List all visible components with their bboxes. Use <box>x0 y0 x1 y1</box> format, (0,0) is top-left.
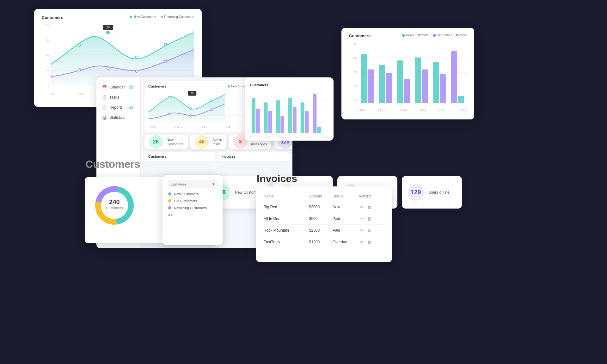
col-actions: Actions <box>359 193 384 201</box>
cell-name: All In One <box>264 213 309 225</box>
cell-status: New <box>333 201 359 213</box>
svg-text:240: 240 <box>109 198 120 205</box>
filter-dot-old <box>168 199 171 203</box>
filter-card: Last week ▾ New Customers Old Customers … <box>162 175 223 245</box>
svg-rect-71 <box>317 127 321 133</box>
table-row: All In One $500 Paid ✏ 🗑 <box>264 213 384 225</box>
delete-button[interactable]: 🗑 <box>366 227 373 234</box>
delete-button[interactable]: 🗑 <box>366 239 373 245</box>
edit-button[interactable]: ✏ <box>359 204 365 210</box>
svg-rect-50 <box>422 70 428 103</box>
invoices-section-label: Invoices <box>218 152 289 161</box>
section-headers: Customers Invoices <box>144 152 289 161</box>
svg-rect-47 <box>397 60 403 103</box>
table-row: Rock Mountain $2500 Paid ✏ 🗑 <box>264 225 384 236</box>
bar-legend-dot-new <box>402 34 405 37</box>
calendar-icon: 📅 <box>102 85 107 89</box>
filter-old-customers[interactable]: Old Customers <box>168 199 217 203</box>
bar-chart-lg-card: Customers New Customers Returning Custom… <box>341 28 474 119</box>
delete-button[interactable]: 🗑 <box>366 204 373 210</box>
table-row: FastTrack $1200 Overdue ✏ 🗑 <box>264 236 384 248</box>
sidebar-label-calendar: Calendar <box>109 85 125 89</box>
svg-rect-49 <box>415 58 421 103</box>
stat-label-new: New Customers <box>167 137 183 147</box>
svg-rect-45 <box>379 65 385 103</box>
legend-dot-returning <box>161 16 163 18</box>
filter-new-customers[interactable]: New Customers <box>168 192 217 196</box>
svg-point-11 <box>106 31 110 34</box>
svg-rect-67 <box>293 107 297 133</box>
calendar-badge: 12 <box>127 85 135 89</box>
filter-returning-customers[interactable]: Returning Customers <box>168 206 217 210</box>
svg-point-19 <box>193 49 194 51</box>
sidebar-label-tasks: Tasks <box>109 95 119 100</box>
stat-value-tasks: 48 <box>199 139 205 145</box>
svg-point-31 <box>190 114 192 117</box>
legend-label-returning: Returning Customers <box>164 15 194 19</box>
svg-rect-54 <box>458 96 464 103</box>
sidebar-item-tasks[interactable]: 📋 Tasks <box>100 93 137 102</box>
cell-status: Paid <box>333 225 359 236</box>
edit-button[interactable]: ✏ <box>359 239 365 245</box>
filter-label-old: Old Customers <box>174 199 197 203</box>
sidebar-item-reports[interactable]: 📄 Reports 14 <box>100 103 137 112</box>
svg-rect-48 <box>404 79 410 103</box>
bar-legend-label-ret: Returning Customers <box>437 33 467 37</box>
svg-rect-46 <box>386 73 392 103</box>
col-status: Status <box>333 193 359 201</box>
edit-button[interactable]: ✏ <box>359 227 365 234</box>
svg-point-8 <box>136 56 138 58</box>
svg-point-14 <box>51 76 52 78</box>
invoices-heading: Invoices <box>257 173 297 185</box>
svg-rect-69 <box>305 111 309 133</box>
bar-sm-title: Customers <box>250 83 268 87</box>
svg-rect-65 <box>280 116 284 133</box>
svg-rect-53 <box>451 51 457 103</box>
svg-rect-51 <box>433 62 439 103</box>
svg-rect-43 <box>361 54 367 103</box>
svg-rect-62 <box>264 102 268 133</box>
svg-point-10 <box>193 31 194 33</box>
sidebar-item-calendar[interactable]: 📅 Calendar 12 <box>100 82 137 92</box>
svg-point-15 <box>78 69 81 71</box>
cell-name: FastTrack <box>264 236 309 248</box>
filter-dropdown[interactable]: Last week ▾ <box>168 180 217 188</box>
bar-chart-lg-legend: New Customers Returning Customers <box>402 33 467 37</box>
legend-returning-customers: Returning Customers <box>161 15 194 19</box>
svg-point-16 <box>107 67 109 70</box>
cell-actions: ✏ 🗑 <box>359 213 384 225</box>
stat-circle-tasks: 48 <box>195 135 209 149</box>
cell-amount: $3000 <box>309 201 333 213</box>
svg-point-6 <box>78 44 81 46</box>
bar-sm-x-axis: Feb 1 Feb 2 Feb 3 Feb 4 Feb 5 Feb 6 <box>250 136 328 138</box>
filter-dot-returning <box>168 206 171 209</box>
svg-point-17 <box>136 70 138 72</box>
sidebar-item-statistics[interactable]: 📊 Statistics <box>100 113 137 122</box>
legend-new-customers: New Customers <box>130 15 156 19</box>
svg-rect-70 <box>313 94 316 133</box>
stat-active-tasks: 48 Active tasks <box>190 135 226 149</box>
svg-rect-68 <box>301 102 304 133</box>
bar-chart-lg-title: Customers <box>349 33 371 38</box>
cell-status: Paid <box>333 213 359 225</box>
invoices-table: Name Amount Status Actions Big Red $3000… <box>264 193 384 248</box>
statistics-icon: 📊 <box>102 115 107 120</box>
large-label-users: Users online <box>428 190 450 195</box>
sidebar-label-reports: Reports <box>109 105 123 110</box>
mini-chart-title: Customers <box>148 84 166 88</box>
bar-chart-lg-header: Customers New Customers Returning Custom… <box>349 33 467 39</box>
line-chart-svg: 29 <box>51 23 194 86</box>
delete-button[interactable]: 🗑 <box>366 215 373 222</box>
stat-value-new: 26 <box>153 139 159 145</box>
svg-point-32 <box>211 109 212 111</box>
table-row: Big Red $3000 New ✏ 🗑 <box>264 201 384 213</box>
bar-legend-ret: Returning Customers <box>433 33 467 37</box>
svg-point-30 <box>169 113 170 115</box>
customers-section-heading: Customers <box>85 158 140 170</box>
edit-button[interactable]: ✏ <box>359 215 365 222</box>
cell-name: Rock Mountain <box>264 225 309 236</box>
svg-text:29: 29 <box>106 26 110 29</box>
tasks-icon: 📋 <box>102 95 107 100</box>
filter-all[interactable]: All <box>168 213 217 217</box>
bar-legend-label-new: New Customers <box>406 33 428 37</box>
